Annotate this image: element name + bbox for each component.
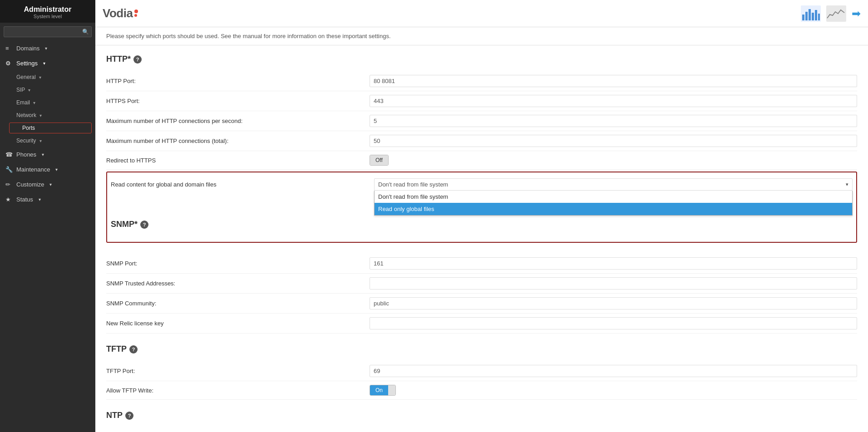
logo-area: Vodia: [103, 6, 138, 20]
ntp-section: NTP ?: [106, 411, 857, 420]
http-section-title: HTTP* ?: [106, 54, 857, 64]
redirect-https-control: Off: [370, 155, 857, 166]
http-section: HTTP* ? HTTP Port: HTTPS Port:: [106, 54, 857, 243]
chart-icon-2[interactable]: [826, 5, 846, 22]
https-port-row: HTTPS Port:: [106, 91, 857, 111]
tftp-help-icon[interactable]: ?: [129, 345, 138, 353]
star-icon: ★: [5, 196, 13, 203]
svg-rect-6: [818, 14, 820, 20]
chart-icon-1[interactable]: [801, 5, 821, 22]
chevron-down-icon-general: ▾: [39, 75, 41, 80]
new-relic-control: [370, 317, 857, 329]
read-content-dropdown-header[interactable]: Don't read from file system ▾: [374, 178, 853, 191]
sidebar-item-network[interactable]: Network ▾: [0, 109, 95, 122]
admin-title: Administrator: [5, 5, 91, 14]
wrench-icon: 🔧: [5, 166, 13, 173]
https-port-input[interactable]: [370, 95, 857, 107]
dropdown-caret-icon: ▾: [846, 182, 848, 187]
list-icon: ≡: [5, 45, 13, 52]
redirect-https-toggle[interactable]: Off: [370, 155, 389, 166]
sidebar-item-security-label: Security: [16, 137, 36, 144]
header-description: Please specify which ports should be use…: [106, 33, 391, 39]
dropdown-option-no-read[interactable]: Don't read from file system: [375, 191, 852, 203]
svg-rect-1: [802, 15, 804, 20]
topbar-icons: ➡: [801, 5, 861, 22]
sidebar: Administrator System level 🔍 ≡ Domains ▾…: [0, 0, 95, 432]
max-conn-per-sec-input[interactable]: [370, 115, 857, 127]
chevron-down-icon: ▾: [45, 46, 47, 51]
sidebar-item-phones[interactable]: ☎ Phones ▾: [0, 147, 95, 162]
http-port-input[interactable]: [370, 75, 857, 87]
svg-rect-5: [815, 10, 817, 20]
read-content-row: Read content for global and domain files…: [107, 176, 856, 192]
tftp-write-row: Allow TFTP Write: On: [106, 381, 857, 400]
sidebar-item-status-label: Status: [16, 196, 33, 203]
snmp-port-input[interactable]: [370, 257, 857, 270]
vodia-logo: Vodia: [103, 6, 138, 20]
snmp-port-row: SNMP Port:: [106, 254, 857, 274]
sidebar-item-general[interactable]: General ▾: [0, 71, 95, 83]
sidebar-item-customize[interactable]: ✏ Customize ▾: [0, 177, 95, 192]
chevron-down-icon-status: ▾: [39, 197, 41, 202]
sidebar-item-ports-label: Ports: [22, 125, 35, 131]
max-conn-total-label: Maximum number of HTTP connections (tota…: [106, 137, 370, 144]
https-port-control: [370, 95, 857, 107]
max-conn-total-input[interactable]: [370, 135, 857, 147]
snmp-trusted-label: SNMP Trusted Addresses:: [106, 280, 370, 287]
dropdown-option-read-global[interactable]: Read only global files: [375, 203, 852, 215]
sidebar-item-domains-label: Domains: [16, 45, 39, 52]
new-relic-row: New Relic license key: [106, 314, 857, 334]
chevron-down-icon-sip: ▾: [28, 88, 30, 93]
tftp-write-toggle[interactable]: On: [370, 385, 396, 396]
ntp-help-icon[interactable]: ?: [125, 412, 133, 420]
snmp-trusted-input[interactable]: [370, 277, 857, 290]
chevron-down-icon-network: ▾: [39, 113, 42, 118]
svg-rect-7: [826, 5, 846, 22]
new-relic-input[interactable]: [370, 317, 857, 329]
sidebar-item-phones-label: Phones: [16, 151, 36, 158]
toggle-on-label[interactable]: On: [370, 385, 388, 395]
sidebar-item-email-label: Email: [16, 99, 30, 106]
content-header: Please specify which ports should be use…: [95, 27, 868, 45]
main-area: Vodia ➡: [95, 0, 868, 432]
sidebar-item-security[interactable]: Security ▾: [0, 134, 95, 147]
chevron-down-icon-customize: ▾: [49, 182, 52, 187]
sidebar-item-settings-label: Settings: [16, 60, 38, 67]
sidebar-item-settings[interactable]: ⚙ Settings ▾: [0, 56, 95, 71]
http-title-text: HTTP*: [106, 54, 131, 64]
topbar: Vodia ➡: [95, 0, 868, 27]
snmp-community-input[interactable]: [370, 297, 857, 309]
chevron-down-icon-security: ▾: [39, 138, 42, 143]
admin-subtitle: System level: [5, 14, 91, 19]
sidebar-item-sip[interactable]: SIP ▾: [0, 83, 95, 96]
snmp-section-title: SNMP* ?: [111, 220, 853, 229]
http-help-icon[interactable]: ?: [133, 55, 142, 64]
gear-icon: ⚙: [5, 60, 13, 67]
redirect-https-row: Redirect to HTTPS Off: [106, 151, 857, 170]
sidebar-item-domains[interactable]: ≡ Domains ▾: [0, 41, 95, 56]
max-conn-per-sec-label: Maximum number of HTTP connections per s…: [106, 118, 370, 124]
snmp-help-icon[interactable]: ?: [140, 221, 148, 229]
snmp-port-label: SNMP Port:: [106, 260, 370, 267]
ntp-section-title: NTP ?: [106, 411, 857, 420]
exit-icon[interactable]: ➡: [852, 7, 861, 20]
max-conn-total-row: Maximum number of HTTP connections (tota…: [106, 131, 857, 151]
snmp-community-label: SNMP Community:: [106, 300, 370, 307]
read-content-label: Read content for global and domain files: [111, 181, 374, 188]
read-content-control: Don't read from file system ▾ Don't read…: [374, 178, 853, 191]
toggle-off-right[interactable]: [388, 385, 395, 395]
sidebar-item-ports[interactable]: Ports: [9, 123, 92, 133]
tftp-section: TFTP ? TFTP Port: Allow TFTP Write: On: [106, 344, 857, 400]
sidebar-item-maintenance-label: Maintenance: [16, 166, 50, 173]
http-port-control: [370, 75, 857, 87]
tftp-port-input[interactable]: [370, 365, 857, 377]
sidebar-item-email[interactable]: Email ▾: [0, 96, 95, 109]
sidebar-header: Administrator System level: [0, 0, 95, 23]
tftp-port-row: TFTP Port:: [106, 361, 857, 381]
sidebar-item-status[interactable]: ★ Status ▾: [0, 192, 95, 207]
search-input[interactable]: [4, 26, 92, 37]
toggle-off-label[interactable]: Off: [370, 155, 388, 165]
http-port-row: HTTP Port:: [106, 71, 857, 91]
sidebar-item-maintenance[interactable]: 🔧 Maintenance ▾: [0, 162, 95, 177]
max-conn-per-sec-row: Maximum number of HTTP connections per s…: [106, 111, 857, 131]
